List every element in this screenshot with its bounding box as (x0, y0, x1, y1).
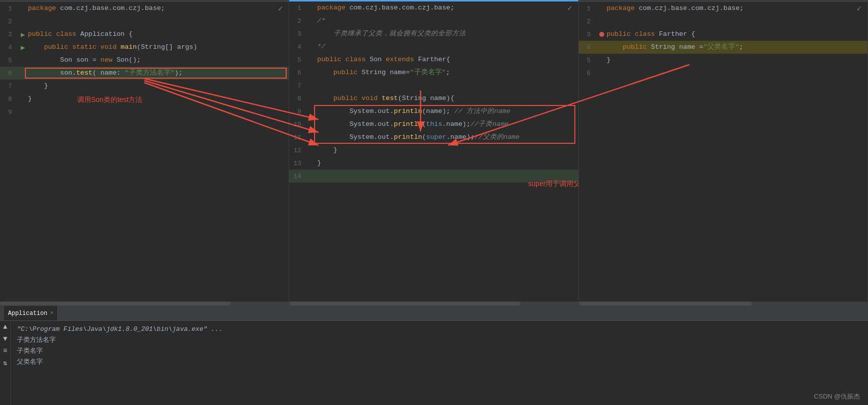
line-3-p1: 3 ▶ public class Application { (0, 28, 289, 41)
scrollbar-p2[interactable] (289, 302, 578, 305)
breakpoint-dot-p3 (599, 32, 604, 37)
scrollbar-p3[interactable] (579, 302, 868, 305)
line-1-p1: 1 package com.czj.base.com.czj.base; ✓ (0, 2, 289, 15)
console-tabs: Application × (0, 306, 868, 321)
console-tab-close[interactable]: × (50, 310, 53, 316)
watermark: CSDN @仇振杰 (814, 392, 860, 401)
line-2-p3: 2 (579, 15, 868, 28)
panel-farther: 1 package com.czj.base.com.czj.base; ✓ 2… (579, 0, 868, 305)
line-1-p3: 1 package com.czj.base.com.czj.base; ✓ (579, 2, 868, 15)
line-5-p1: 5 Son son = new Son(); (0, 54, 289, 67)
console-tab-label: Application (8, 310, 47, 317)
output-line-3: 父类名字 (17, 357, 862, 368)
panel-son: 1 package com.czj.base.com.czj.base; ✓ 2… (289, 0, 578, 305)
output-line-0: "C:\Program Files\Java\jdk1.8.0_201\bin\… (17, 324, 862, 335)
line-11-p2: 11 System.out.println(super.name);//父类的n… (289, 131, 578, 144)
run-arrow-3-p1: ▶ (21, 30, 25, 39)
line-6-p2: 6 public String name="子类名字"; (289, 66, 578, 79)
line-5-p2: 5 public class Son extends Farther{ (289, 53, 578, 66)
scrollbar-thumb-p2[interactable] (289, 302, 520, 305)
scrollbar-thumb-p3[interactable] (579, 302, 752, 305)
scrollbar-p1[interactable] (0, 302, 289, 305)
panel-application: 1 package com.czj.base.com.czj.base; ✓ 2… (0, 0, 289, 305)
console-output: "C:\Program Files\Java\jdk1.8.0_201\bin\… (11, 321, 868, 405)
line-8-p2: 8 public void test(String name){ (289, 92, 578, 105)
line-6-p3: 6 (579, 67, 868, 80)
redbox-region-p2: 9 System.out.println(name); // 方法中的name … (289, 105, 578, 144)
line-2-p2: 2 /* (289, 14, 578, 27)
checkmark-2: ✓ (567, 3, 576, 13)
console-body: ▲ ▼ ≡ ⇅ "C:\Program Files\Java\jdk1.8.0_… (0, 321, 868, 405)
scroll-down-btn[interactable]: ▼ (3, 335, 7, 343)
line-4-p2: 4 */ (289, 40, 578, 53)
code-content-1[interactable]: 1 package com.czj.base.com.czj.base; ✓ 2… (0, 2, 289, 302)
code-content-3[interactable]: 1 package com.czj.base.com.czj.base; ✓ 2… (579, 2, 868, 302)
line-12-p2: 12 } (289, 144, 578, 157)
scrollbar-thumb-p1[interactable] (0, 302, 231, 305)
checkmark-1: ✓ (278, 3, 287, 13)
line-3-p2: 3 子类继承了父类，就会拥有父类的全部方法 (289, 27, 578, 40)
line-2-p1: 2 (0, 15, 289, 28)
line-5-p3: 5 } (579, 54, 868, 67)
line-10-p2: 10 System.out.println(this.name);//子类nam… (289, 118, 578, 131)
run-arrow-4-p1: ▶ (21, 43, 25, 52)
console-sidebar: ▲ ▼ ≡ ⇅ (0, 321, 11, 405)
output-line-1: 子类方法名字 (17, 335, 862, 346)
line-14-p2: 14 (289, 170, 578, 183)
line-3-p3: 3 public class Farther { (579, 28, 868, 41)
console-area: Application × ▲ ▼ ≡ ⇅ "C:\Program Files\… (0, 305, 868, 405)
code-content-2[interactable]: 1 package com.czj.base.com.czj.base; ✓ 2… (289, 1, 578, 302)
console-tab-application[interactable]: Application × (4, 306, 58, 320)
separator-btn[interactable]: ≡ (3, 347, 7, 355)
line-4-p3: 4 public String name ="父类名字"; (579, 41, 868, 54)
line-4-p1: 4 ▶ public static void main(String[] arg… (0, 41, 289, 54)
line-13-p2: 13 } (289, 157, 578, 170)
line-9-p1: 9 (0, 105, 289, 118)
line-1-p2: 1 package com.czj.base.com.czj.base; ✓ (289, 1, 578, 14)
line-7-p2: 7 (289, 79, 578, 92)
scroll-up-btn[interactable]: ▲ (3, 323, 7, 331)
line-7-p1: 7 } (0, 80, 289, 93)
line-9-p2: 9 System.out.println(name); // 方法中的name (289, 105, 578, 118)
line-6-p1: 6 son.test( name: "子类方法名字"); (0, 67, 289, 80)
line-8-p1: 8 } (0, 93, 289, 105)
checkmark-3: ✓ (857, 3, 866, 13)
sort-btn[interactable]: ⇅ (3, 359, 7, 367)
output-line-2: 子类名字 (17, 346, 862, 357)
editor-area: 1 package com.czj.base.com.czj.base; ✓ 2… (0, 0, 868, 305)
